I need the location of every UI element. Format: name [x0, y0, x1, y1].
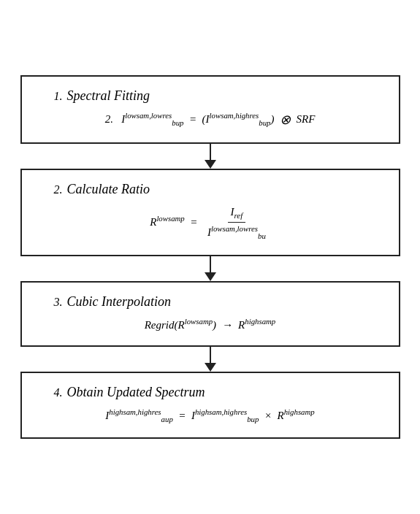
- box-obtain-spectrum: 4. Obtain Updated Spectrum Ihighsam,high…: [20, 372, 400, 439]
- arrow-1: [205, 144, 216, 169]
- box2-title: Calculate Ratio: [67, 182, 150, 197]
- arrow-3: [205, 347, 216, 372]
- arrow-2-head: [205, 272, 216, 281]
- arrow-2-shaft: [210, 256, 211, 272]
- box2-step: 2.: [54, 183, 63, 196]
- arrow-3-head: [205, 363, 216, 372]
- box-spectral-fitting: 1. Spectral Fitting 2. Ilowsam,lowresbup…: [20, 75, 400, 144]
- arrow-2: [205, 256, 216, 281]
- box3-content: Regrid(Rlowsamp) → Rhighsamp: [39, 315, 381, 334]
- box-calculate-ratio: 2. Calculate Ratio Rlowsamp = Iref Ilows…: [20, 169, 400, 256]
- box2-header: 2. Calculate Ratio: [39, 182, 381, 197]
- arrow-1-shaft: [210, 144, 211, 160]
- box-cubic-interpolation: 3. Cubic Interpolation Regrid(Rlowsamp) …: [20, 281, 400, 347]
- box1-title: Spectral Fitting: [67, 88, 150, 104]
- arrow-3-shaft: [210, 347, 211, 363]
- box3-formula: Regrid(Rlowsamp) → Rhighsamp: [145, 319, 276, 331]
- box1-content: 2. Ilowsam,lowresbup = (Ilowsam,highresb…: [39, 110, 381, 131]
- arrow-1-head: [205, 160, 216, 169]
- box4-formula: Ihighsam,highresaup = Ihighsam,highresbu…: [105, 410, 314, 421]
- box2-formula: Rlowsamp = Iref Ilowsam,lowresbu: [150, 216, 270, 228]
- box4-step: 4.: [54, 386, 63, 399]
- box3-header: 3. Cubic Interpolation: [39, 294, 381, 310]
- box4-title: Obtain Updated Spectrum: [67, 385, 205, 400]
- box1-step: 1.: [54, 90, 63, 103]
- box3-title: Cubic Interpolation: [67, 294, 172, 310]
- flowchart: 1. Spectral Fitting 2. Ilowsam,lowresbup…: [20, 75, 400, 439]
- box2-content: Rlowsamp = Iref Ilowsam,lowresbu: [39, 203, 381, 243]
- box3-step: 3.: [54, 296, 63, 309]
- box1-header: 1. Spectral Fitting: [39, 88, 381, 104]
- box4-content: Ihighsam,highresaup = Ihighsam,highresbu…: [39, 406, 381, 426]
- box1-formula: 2. Ilowsam,lowresbup = (Ilowsam,highresb…: [105, 113, 316, 125]
- box4-header: 4. Obtain Updated Spectrum: [39, 385, 381, 400]
